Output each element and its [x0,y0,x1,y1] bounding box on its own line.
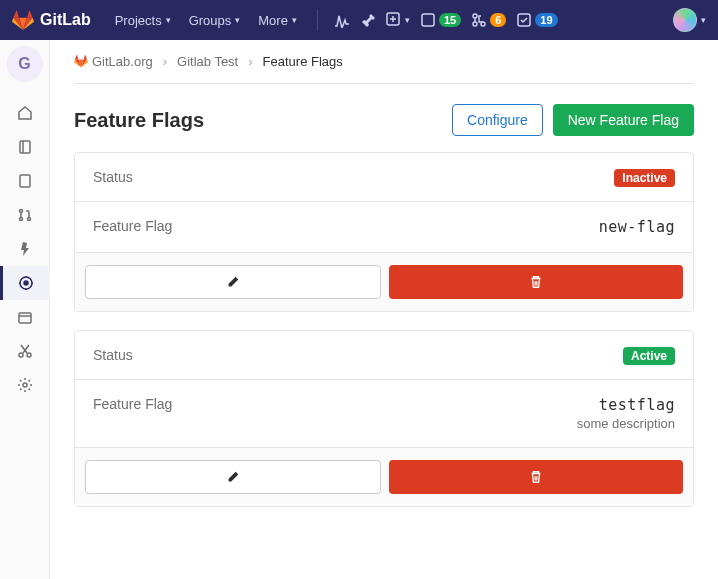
avatar [673,8,697,32]
chevron-down-icon: ▾ [166,15,171,25]
admin-icon[interactable] [360,12,376,28]
breadcrumb-sep: › [248,54,252,69]
pencil-icon [226,275,240,289]
edit-flag-button[interactable] [85,460,381,494]
new-dropdown[interactable]: ▾ [386,12,410,28]
feature-flag-label: Feature Flag [93,218,172,234]
svg-point-2 [473,14,477,18]
svg-point-15 [27,353,31,357]
activity-icon[interactable] [334,12,350,28]
nav-more[interactable]: More▾ [250,7,305,34]
sidebar-home-icon[interactable] [0,96,50,130]
status-badge: Active [623,347,675,365]
status-label: Status [93,169,133,185]
flag-name: new-flag [599,218,675,236]
chevron-down-icon: ▾ [235,15,240,25]
status-label: Status [93,347,133,363]
sidebar-merge-requests-icon[interactable] [0,198,50,232]
breadcrumb: GitLab.org › Gitlab Test › Feature Flags [74,54,694,84]
issues-count[interactable]: 15 [420,12,461,28]
svg-point-16 [23,383,27,387]
nav-projects[interactable]: Projects▾ [107,7,179,34]
gitlab-logo[interactable]: GitLab [12,9,91,31]
svg-point-3 [473,22,477,26]
sidebar-snippets-icon[interactable] [0,334,50,368]
feature-flag-card: Status Active Feature Flag testflag some… [74,330,694,507]
crumb-group[interactable]: GitLab.org [74,54,153,69]
nav-separator [317,9,318,31]
svg-point-10 [27,218,30,221]
sidebar-repository-icon[interactable] [0,130,50,164]
svg-rect-7 [20,175,30,187]
sidebar-operations-icon[interactable] [0,266,50,300]
user-menu[interactable]: ▾ [673,8,706,32]
nav-groups[interactable]: Groups▾ [181,7,249,34]
global-nav: GitLab Projects▾ Groups▾ More▾ ▾ 15 6 19… [0,0,718,40]
chevron-down-icon: ▾ [701,15,706,25]
trash-icon [529,470,543,484]
svg-rect-13 [19,313,31,323]
sidebar-issues-icon[interactable] [0,164,50,198]
delete-flag-button[interactable] [389,265,683,299]
nav-links: Projects▾ Groups▾ More▾ [107,7,305,34]
todos-count[interactable]: 19 [516,12,557,28]
trash-icon [529,275,543,289]
nav-icons: ▾ 15 6 19 [334,12,558,28]
svg-point-9 [19,218,22,221]
chevron-down-icon: ▾ [405,15,410,25]
merge-requests-count[interactable]: 6 [471,12,506,28]
sidebar-packages-icon[interactable] [0,300,50,334]
svg-point-14 [19,353,23,357]
svg-rect-6 [20,141,30,153]
configure-button[interactable]: Configure [452,104,543,136]
pencil-icon [226,470,240,484]
svg-point-12 [24,281,28,285]
crumb-current: Feature Flags [263,54,343,69]
delete-flag-button[interactable] [389,460,683,494]
page-title: Feature Flags [74,109,204,132]
flag-name: testflag [577,396,675,414]
svg-rect-1 [422,14,434,26]
chevron-down-icon: ▾ [292,15,297,25]
flag-description: some description [577,416,675,431]
sidebar-settings-icon[interactable] [0,368,50,402]
tanuki-icon [74,54,88,68]
main-content: GitLab.org › Gitlab Test › Feature Flags… [50,40,718,579]
project-avatar[interactable]: G [7,46,43,82]
svg-point-8 [19,210,22,213]
feature-flag-label: Feature Flag [93,396,172,412]
tanuki-icon [12,9,34,31]
sidebar-cicd-icon[interactable] [0,232,50,266]
feature-flag-card: Status Inactive Feature Flag new-flag [74,152,694,312]
brand-name: GitLab [40,11,91,29]
status-badge: Inactive [614,169,675,187]
crumb-project[interactable]: Gitlab Test [177,54,238,69]
edit-flag-button[interactable] [85,265,381,299]
new-feature-flag-button[interactable]: New Feature Flag [553,104,694,136]
breadcrumb-sep: › [163,54,167,69]
project-sidebar: G [0,40,50,579]
